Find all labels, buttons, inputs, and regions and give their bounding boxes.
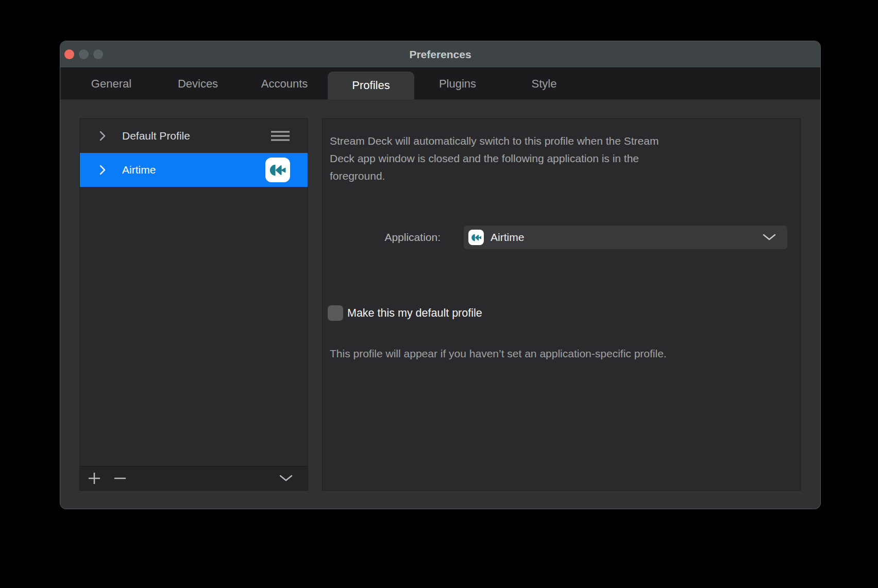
close-button[interactable] — [64, 49, 74, 59]
chevron-down-icon[interactable] — [279, 471, 293, 486]
minus-icon[interactable] — [113, 471, 127, 486]
title-bar[interactable]: Preferences — [60, 41, 820, 68]
default-profile-checkbox-label[interactable]: Make this my default profile — [347, 307, 482, 320]
profile-list: Default Profile Airtime — [79, 118, 308, 491]
default-profile-checkbox[interactable] — [328, 305, 343, 321]
profiles-pane: Default Profile Airtime — [60, 99, 820, 509]
auto-switch-description: Stream Deck will automatically switch to… — [330, 132, 783, 185]
chevron-right-icon[interactable] — [99, 130, 107, 142]
preferences-window: Preferences General Devices Accounts Pro… — [60, 41, 821, 509]
tab-style[interactable]: Style — [501, 68, 587, 99]
airtime-app-icon — [468, 230, 484, 245]
tab-plugins[interactable]: Plugins — [414, 68, 501, 99]
profile-row-default[interactable]: Default Profile — [80, 119, 308, 153]
tab-profiles[interactable]: Profiles — [328, 72, 414, 99]
profile-detail-panel: Stream Deck will automatically switch to… — [322, 118, 801, 491]
profile-name: Default Profile — [122, 130, 271, 142]
tab-devices[interactable]: Devices — [155, 68, 241, 99]
minimize-button[interactable] — [79, 49, 89, 59]
default-profile-row: Make this my default profile — [328, 305, 482, 321]
application-row: Application: Airtime — [323, 226, 787, 249]
application-dropdown[interactable]: Airtime — [464, 226, 787, 249]
profile-list-toolbar — [80, 466, 308, 490]
default-profile-footnote: This profile will appear if you haven’t … — [330, 348, 667, 360]
profile-name: Airtime — [122, 164, 265, 176]
application-label: Application: — [323, 231, 441, 244]
tab-bar: General Devices Accounts Profiles Plugin… — [60, 68, 820, 99]
airtime-app-icon — [265, 158, 290, 182]
plus-icon[interactable] — [87, 471, 102, 486]
chevron-right-icon[interactable] — [99, 164, 107, 176]
window-title: Preferences — [60, 41, 820, 67]
chevron-down-icon — [763, 234, 776, 241]
application-value: Airtime — [491, 231, 763, 244]
tab-general[interactable]: General — [68, 68, 155, 99]
tab-accounts[interactable]: Accounts — [241, 68, 328, 99]
zoom-button[interactable] — [93, 49, 103, 59]
drag-handle-icon[interactable] — [271, 130, 290, 142]
profile-row-airtime[interactable]: Airtime — [80, 153, 308, 187]
window-controls — [64, 41, 103, 67]
